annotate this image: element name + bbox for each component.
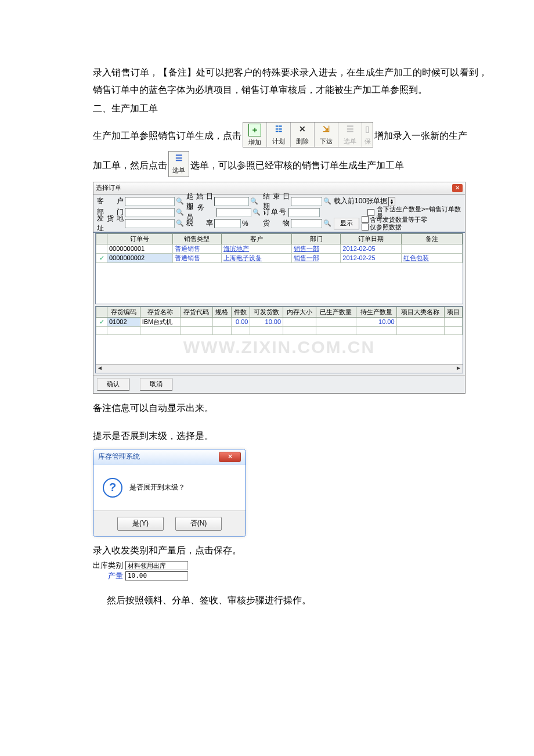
mag-customer[interactable]: 🔍 [176,197,184,206]
question-icon: ? [103,478,122,498]
confirm-dialog: 库存管理系统 ✕ ? 是否展开到末级？ 是(Y) 否(N) [93,449,246,537]
mag-dept[interactable]: 🔍 [176,208,184,217]
lbl-customer: 客 户 [97,196,124,206]
yes-button[interactable]: 是(Y) [117,517,164,531]
table-row[interactable] [96,326,463,334]
select-icon: ☰ [344,124,356,135]
plan-icon: ☷ [273,124,284,135]
horizontal-scrollbar[interactable]: ◄► [96,364,463,373]
msgbox-close[interactable]: ✕ [219,452,241,462]
inp-goods[interactable] [291,219,322,228]
lbl-outtype: 出库类别 [93,560,123,571]
lbl-output: 产量 [108,571,123,581]
inp-orderno[interactable] [288,208,320,217]
dialog-close[interactable]: ✕ [452,184,463,192]
msgbox-text: 是否展开到末级？ [129,483,185,492]
output-row: 产量 10.00 [108,571,488,581]
chk2[interactable] [362,216,369,223]
no-button[interactable]: 否(N) [175,517,222,531]
ok-button[interactable]: 确认 [97,378,129,391]
add-icon: ＋ [248,124,261,136]
toolbar-delete[interactable]: ✕删除 [291,123,315,147]
msgbox-title: 库存管理系统 [98,452,140,462]
toolbar-plan[interactable]: ☷计划 [267,123,291,147]
load-spinner[interactable]: ▲▼ [388,197,395,206]
mag-addr[interactable]: 🔍 [176,219,184,228]
flow-text-3b: 选单，可以参照已经审核的销售订单生成生产加工单 [190,157,404,177]
lbl-orderno: 订单号 [263,207,287,217]
lbl-addr: 发货地址 [97,214,124,233]
val-outtype[interactable]: 材料领用出库 [125,561,188,570]
note-after-dialog: 备注信息可以自动显示出来。 [93,399,488,417]
chk1[interactable] [367,209,374,216]
cancel-button[interactable]: 取消 [140,378,172,391]
save-hint: 录入收发类别和产量后，点击保存。 [93,542,488,559]
mag-end[interactable]: 🔍 [323,197,331,206]
final-note: 然后按照领料、分单、签收、审核步骤进行操作。 [107,592,488,609]
items-grid[interactable]: 存货编码 存货名称 存货代码 规格 件数 可发货数 内存大小 已生产数量 待生产… [95,306,463,373]
inp-customer[interactable] [125,197,175,206]
flow-text-2a: 生产加工单参照销售订单生成，点击 [93,127,241,147]
select-order-dialog: 选择订单 ✕ 客 户🔍 部 门🔍 发货地址🔍 起始日期🔍 业 务 员🔍 税 率% [93,182,466,394]
lbl-load: 载入前100张单据 [334,196,387,206]
toolbar: ＋增加 ☷计划 ✕删除 ⇲下达 ☰选单 ▯保 [243,122,373,147]
inp-sales[interactable] [217,208,251,217]
inp-rate[interactable] [214,219,241,228]
mini-select-button[interactable]: ☰ 选单 [168,151,189,177]
section-heading-2: 二、生产加工单 [93,103,488,115]
lbl-rate: 税 率 [186,218,213,228]
table-row[interactable]: ✓ 01002 IBM台式机 0.00 10.00 10.00 [96,317,463,326]
table-row[interactable]: 0000000001 普通销售 海滨地产 销售一部 2012-02-05 [96,244,463,253]
mag-sales[interactable]: 🔍 [252,208,261,217]
delete-icon: ✕ [297,124,308,135]
orders-grid[interactable]: 订单号 销售类型 客户 部门 订单日期 备注 0000000001 普通销售 海… [95,233,463,304]
intro-paragraph: 录入销售订单，【备注】处可以把客户的特殊要求录入进去，在生成生产加工的时候可以看… [93,64,488,99]
lbl-pct: % [242,219,248,228]
toolbar-save[interactable]: ▯保 [362,123,373,147]
mag-goods[interactable]: 🔍 [323,219,331,228]
toolbar-add[interactable]: ＋增加 [243,123,267,147]
inp-end[interactable] [291,197,322,206]
table-row[interactable]: ✓ 0000000002 普通销售 上海电子设备 销售一部 2012-02-25… [96,253,463,262]
inp-dept[interactable] [125,208,175,217]
chk3[interactable] [362,224,369,231]
lbl-goods: 货 物 [263,218,290,228]
inp-start[interactable] [214,197,249,206]
inp-addr[interactable] [125,219,175,228]
flow-text-3a: 加工单，然后点击 [93,157,167,177]
flow-text-2b: 增加录入一张新的生产 [374,127,467,147]
save-icon: ▯ [362,124,373,135]
issue-icon: ⇲ [320,124,332,135]
expand-hint: 提示是否展到末级，选择是。 [93,427,488,445]
lbl-chk3: 仅参照数据 [370,224,402,231]
lbl-chk2: 含可发货数量等于零 [370,216,427,223]
toolbar-issue[interactable]: ⇲下达 [315,123,338,147]
dialog-title: 选择订单 [96,183,121,192]
watermark: WWW.ZIXIN.COM.CN [96,337,463,357]
outtype-row: 出库类别 材料领用出库 [93,560,488,571]
val-output[interactable]: 10.00 [125,571,188,581]
btn-show[interactable]: 显示 [334,218,359,229]
toolbar-select[interactable]: ☰选单 [338,123,362,147]
mag-start[interactable]: 🔍 [250,197,258,206]
mini-select-icon: ☰ [173,153,185,164]
